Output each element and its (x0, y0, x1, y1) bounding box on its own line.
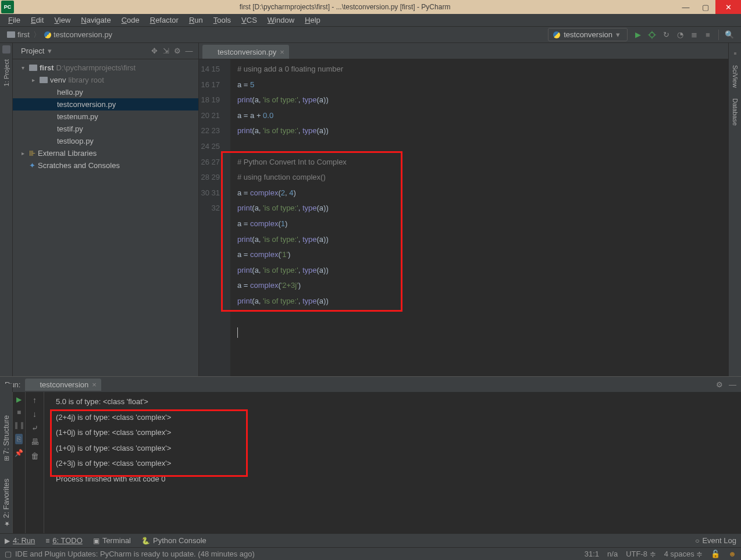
maximize-button[interactable]: ▢ (696, 0, 715, 14)
settings-icon[interactable]: ⚙ (173, 47, 182, 55)
project-panel-title-label: Project (21, 47, 44, 55)
editor-tab-label: testconversion.py (218, 48, 276, 56)
status-message: IDE and Plugin Updates: PyCharm is ready… (15, 550, 255, 558)
print-button[interactable]: 🖶 (31, 437, 39, 447)
python-file-icon (553, 31, 560, 38)
concurrency-button[interactable]: ≣ (688, 29, 700, 41)
tree-root[interactable]: ▾first D:\pycharmprojects\first (13, 62, 198, 74)
menu-tools[interactable]: Tools (209, 15, 236, 26)
code-editor[interactable]: 14 15 16 17 18 19 20 21 22 23 24 25 26 2… (199, 59, 728, 376)
toolwindow-run-tab[interactable]: ▶ 4: Run (5, 536, 35, 545)
close-button[interactable]: ✕ (715, 0, 741, 14)
toolwindow-todo-tab[interactable]: ≡ 6: TODO (45, 536, 83, 545)
soft-wrap-button[interactable]: ⤶ (31, 423, 38, 433)
rerun-button[interactable]: ▶ (16, 395, 22, 404)
menu-run[interactable]: Run (184, 15, 208, 26)
breadcrumb-project-label: first (17, 30, 30, 39)
clear-button[interactable]: 🗑 (31, 451, 39, 461)
python-file-icon (207, 48, 214, 55)
run-tab[interactable]: testconversion × (25, 379, 101, 391)
run-coverage-button[interactable]: ↻ (660, 29, 672, 41)
encoding-selector[interactable]: UTF-8 ≑ (626, 550, 656, 558)
pin-button[interactable]: 📌 (15, 449, 23, 457)
editor-tabs: testconversion.py × (199, 43, 728, 59)
editor-content[interactable]: # using add a 0 floating numbera = 5prin… (230, 59, 728, 376)
tree-file-testenum-py[interactable]: testenum.py (13, 110, 198, 123)
menu-navigate[interactable]: Navigate (76, 15, 115, 26)
run-button[interactable]: ▶ (632, 29, 644, 41)
nav-toolbar: first 〉 testconversion.py testconversion… (0, 27, 741, 43)
right-toolwindow-bar: SciView Database (728, 43, 741, 376)
project-panel-title[interactable]: Project ▾ (17, 47, 147, 55)
tree-external-libraries[interactable]: ▸⊪External Libraries (13, 147, 198, 159)
debug-button[interactable] (646, 29, 658, 41)
run-config-selector[interactable]: testconversion ▾ (548, 28, 628, 41)
tool-sciview-tab[interactable]: SciView (732, 65, 739, 88)
tree-file-testloop-py[interactable]: testloop.py (13, 135, 198, 147)
menu-help[interactable]: Help (300, 15, 325, 26)
menu-refactor[interactable]: Refactor (145, 15, 183, 26)
menu-code[interactable]: Code (117, 15, 144, 26)
stop-button[interactable]: ■ (702, 29, 714, 41)
folder-icon (29, 65, 37, 71)
up-button[interactable]: ↑ (33, 395, 37, 405)
project-tool-icon[interactable] (2, 45, 10, 53)
tool-database-tab[interactable]: Database (732, 98, 739, 126)
tree-file-testif-py[interactable]: testif.py (13, 123, 198, 135)
minimize-button[interactable]: — (676, 0, 696, 14)
titlebar: PC first [D:\pycharmprojects\first] - ..… (0, 0, 741, 14)
menu-bar: FileEditViewNavigateCodeRefactorRunTools… (0, 14, 741, 27)
python-file-icon (48, 138, 55, 145)
exit-button[interactable]: ⎘ (15, 434, 23, 444)
locate-icon[interactable]: ✥ (149, 47, 159, 55)
folder-icon (7, 31, 15, 38)
run-settings-icon[interactable]: ⚙ (716, 380, 723, 389)
tree-file-hello-py[interactable]: hello.py (13, 86, 198, 98)
cursor-position[interactable]: 31:1 (585, 550, 599, 558)
breadcrumb-file-label: testconversion.py (54, 30, 112, 39)
editor-gutter: 14 15 16 17 18 19 20 21 22 23 24 25 26 2… (199, 59, 230, 376)
down-button[interactable]: ↓ (33, 409, 37, 419)
stop-button[interactable]: ■ (17, 408, 21, 416)
breadcrumb-project[interactable]: first (5, 30, 32, 39)
breadcrumb-sep: 〉 (32, 30, 42, 40)
line-separator[interactable]: n/a (607, 550, 618, 558)
indent-selector[interactable]: 4 spaces ≑ (664, 550, 703, 558)
toolwindow-terminal-tab[interactable]: ▣ Terminal (93, 536, 131, 545)
folder-icon (40, 77, 48, 83)
menu-file[interactable]: File (3, 15, 25, 26)
run-config-label: testconversion (564, 30, 612, 39)
close-tab-icon[interactable]: × (280, 48, 284, 56)
menu-edit[interactable]: Edit (26, 15, 48, 26)
run-tab-label: testconversion (40, 380, 88, 389)
menu-window[interactable]: Window (263, 15, 299, 26)
status-icon[interactable]: ▢ (5, 550, 12, 558)
pause-button[interactable]: ❚❚ (13, 421, 25, 429)
status-bar: ▢ IDE and Plugin Updates: PyCharm is rea… (0, 547, 741, 560)
project-panel: Project ▾ ✥ ⇲ ⚙ — ▾first D:\pycharmproje… (13, 43, 199, 376)
menu-view[interactable]: View (49, 15, 75, 26)
profile-button[interactable]: ◔ (674, 29, 686, 41)
inspection-icon[interactable]: ☻ (728, 550, 736, 558)
python-file-icon (48, 113, 55, 120)
search-everywhere-button[interactable]: 🔍 (724, 29, 735, 41)
tree-scratches[interactable]: ✦Scratches and Consoles (13, 159, 198, 172)
python-file-icon (30, 381, 36, 388)
tree-venv[interactable]: ▸venv library root (13, 74, 198, 86)
collapse-all-icon[interactable]: ⇲ (161, 47, 170, 55)
hide-icon[interactable]: — (184, 47, 194, 55)
close-icon[interactable]: × (92, 380, 97, 389)
event-log-button[interactable]: ○ Event Log (695, 536, 736, 545)
app-icon: PC (1, 1, 14, 13)
run-panel: Run: testconversion × ⚙ — ▶ ■ ❚❚ ⎘ 📌 ↑ ↓… (0, 376, 741, 533)
readonly-toggle-icon[interactable]: 🔓 (711, 550, 720, 558)
breadcrumb-file[interactable]: testconversion.py (42, 30, 115, 39)
tool-project-tab[interactable]: 1: Project (3, 59, 10, 86)
left-toolwindow-bar: 1: Project (0, 43, 13, 376)
hide-icon[interactable]: — (729, 380, 736, 389)
editor-tab-testconversion[interactable]: testconversion.py × (202, 45, 289, 59)
tree-file-testconversion-py[interactable]: testconversion.py (13, 98, 198, 110)
run-output[interactable]: 5.0 is of type: <class 'float'>(2+4j) is… (44, 392, 741, 533)
menu-vcs[interactable]: VCS (237, 15, 262, 26)
toolwindow-pyconsole-tab[interactable]: 🐍 Python Console (141, 536, 206, 545)
